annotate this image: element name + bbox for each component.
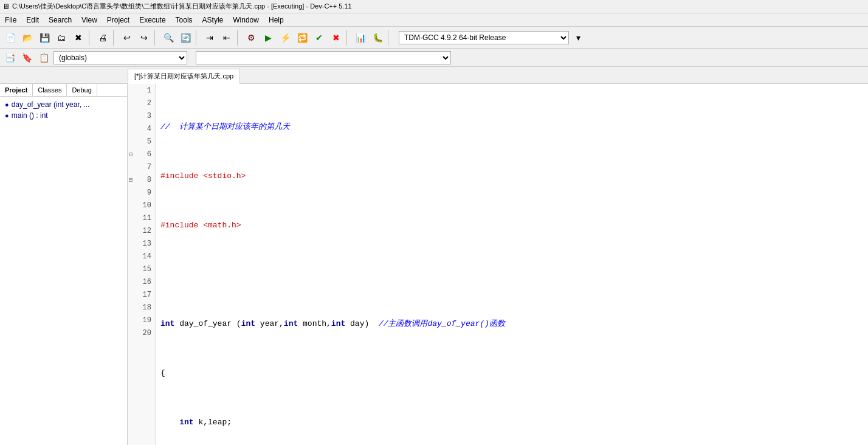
- menu-bar: File Edit Search View Project Execute To…: [0, 13, 868, 27]
- menu-tools[interactable]: Tools: [171, 15, 198, 26]
- window-title: C:\Users\佳美\Desktop\C语言重头学\数组类\二维数组\计算某日…: [12, 2, 352, 11]
- open-button[interactable]: 📂: [19, 30, 35, 46]
- sidebar: Project Classes Debug ● day_of_year (int…: [0, 84, 128, 445]
- line-num-6: ⊟ 6: [128, 148, 155, 160]
- sidebar-content: ● day_of_year (int year, ... ● main () :…: [0, 97, 127, 123]
- line-num-20: 20: [128, 326, 155, 339]
- code-span-3: #include <math.h>: [160, 219, 241, 232]
- sidebar-tabs: Project Classes Debug: [0, 84, 127, 97]
- title-bar: 🖥 C:\Users\佳美\Desktop\C语言重头学\数组类\二维数组\计算…: [0, 0, 868, 13]
- save-button[interactable]: 💾: [36, 30, 52, 46]
- menu-execute[interactable]: Execute: [134, 15, 170, 26]
- code-kw-5e: int: [284, 317, 298, 330]
- code-content[interactable]: // 计算某个日期对应该年的第几天 #include <stdio.h> #in…: [156, 84, 868, 445]
- code-span-6: {: [160, 367, 165, 379]
- undo-button[interactable]: ↩: [119, 30, 135, 46]
- line-num-16: 16: [128, 275, 155, 288]
- compile-run-button[interactable]: ⚡: [277, 30, 293, 46]
- main-area: Project Classes Debug ● day_of_year (int…: [0, 84, 868, 445]
- function-icon-2: ●: [5, 112, 9, 119]
- sidebar-tab-classes[interactable]: Classes: [33, 84, 67, 96]
- line-numbers: 1 2 3 4 5 ⊟ 6 7 ⊟ 8 9 10 11 12 13 14: [128, 84, 156, 445]
- bookmark2-button[interactable]: 🔖: [19, 50, 34, 65]
- scope-selector[interactable]: (globals): [53, 51, 187, 64]
- tabs-bar: [*]计算某日期对应该年第几天.cpp: [0, 67, 868, 84]
- rebuild-button[interactable]: 🔁: [294, 30, 310, 46]
- compile-button[interactable]: ⚙: [243, 30, 259, 46]
- line-num-7: 7: [128, 160, 155, 173]
- close-button[interactable]: ✖: [71, 30, 86, 46]
- bookmark3-button[interactable]: 📋: [36, 50, 51, 65]
- check-button[interactable]: ✔: [311, 30, 327, 46]
- line-num-9: 9: [128, 186, 155, 199]
- redo-button[interactable]: ↪: [136, 30, 152, 46]
- line-num-19: 19: [128, 314, 155, 326]
- sidebar-func-main: main () : int: [12, 111, 48, 120]
- new-button[interactable]: 📄: [2, 30, 18, 46]
- line-num-5: 5: [128, 135, 155, 148]
- code-line-4: [160, 268, 868, 281]
- code-line-3: #include <math.h>: [160, 219, 868, 232]
- code-area[interactable]: 1 2 3 4 5 ⊟ 6 7 ⊟ 8 9 10 11 12 13 14: [128, 84, 868, 445]
- code-line-6: {: [160, 367, 868, 379]
- function-icon: ●: [5, 101, 9, 108]
- line-num-3: 3: [128, 109, 155, 122]
- line-num-8: ⊟ 8: [128, 173, 155, 186]
- code-kw-7b: int: [179, 416, 193, 429]
- run-button[interactable]: ▶: [260, 30, 276, 46]
- code-container: 1 2 3 4 5 ⊟ 6 7 ⊟ 8 9 10 11 12 13 14: [128, 84, 868, 445]
- line-num-15: 15: [128, 263, 155, 275]
- fold-icon-8[interactable]: ⊟: [129, 176, 133, 184]
- code-n-5d: year,: [255, 317, 284, 330]
- code-kw-5g: int: [331, 317, 345, 330]
- outdent-button[interactable]: ⇤: [219, 30, 235, 46]
- toolbar2: 📑 🔖 📋 (globals): [0, 49, 868, 67]
- sidebar-tab-debug[interactable]: Debug: [67, 84, 97, 96]
- menu-astyle[interactable]: AStyle: [198, 15, 229, 26]
- compiler-dropdown-btn[interactable]: ▾: [570, 30, 586, 46]
- code-kw-5a: int: [160, 317, 174, 330]
- debug-button[interactable]: 🐛: [370, 30, 385, 46]
- code-line-7: int k,leap;: [160, 416, 868, 429]
- code-n-5h: day): [345, 317, 379, 330]
- menu-edit[interactable]: Edit: [21, 15, 44, 26]
- menu-window[interactable]: Window: [228, 15, 264, 26]
- compiler-selector[interactable]: TDM-GCC 4.9.2 64-bit Release: [399, 31, 569, 44]
- line-num-10: 10: [128, 199, 155, 212]
- save-all-button[interactable]: 🗂: [53, 30, 69, 46]
- function-selector[interactable]: [196, 51, 451, 64]
- tab-main-file[interactable]: [*]计算某日期对应该年第几天.cpp: [128, 69, 240, 84]
- sidebar-item-main[interactable]: ● main () : int: [0, 110, 127, 121]
- code-n-7c: k,leap;: [194, 416, 232, 429]
- code-c-5i: //主函数调用day_of_year()函数: [379, 317, 505, 330]
- toolbar: 📄 📂 💾 🗂 ✖ 🖨 ↩ ↪ 🔍 🔄 ⇥ ⇤ ⚙ ▶ ⚡ 🔁 ✔ ✖ 📊 🐛 …: [0, 27, 868, 49]
- bookmark-button[interactable]: 📑: [2, 50, 17, 65]
- line-num-2: 2: [128, 97, 155, 109]
- print-button[interactable]: 🖨: [95, 30, 111, 46]
- sidebar-tab-project[interactable]: Project: [0, 84, 33, 96]
- menu-project[interactable]: Project: [102, 15, 134, 26]
- line-num-1: 1: [128, 84, 155, 97]
- line-num-17: 17: [128, 288, 155, 301]
- menu-file[interactable]: File: [0, 15, 21, 26]
- menu-help[interactable]: Help: [264, 15, 289, 26]
- stop-button[interactable]: ✖: [328, 30, 344, 46]
- find-button[interactable]: 🔍: [160, 30, 176, 46]
- indent-button[interactable]: ⇥: [202, 30, 218, 46]
- line-num-4: 4: [128, 122, 155, 135]
- line-num-18: 18: [128, 301, 155, 314]
- profile-button[interactable]: 📊: [353, 30, 368, 46]
- code-span-2: #include <stdio.h>: [160, 170, 246, 182]
- code-kw-5c: int: [241, 317, 255, 330]
- code-line-1: // 计算某个日期对应该年的第几天: [160, 120, 868, 133]
- line-num-13: 13: [128, 237, 155, 250]
- sidebar-item-day-of-year[interactable]: ● day_of_year (int year, ...: [0, 99, 127, 110]
- code-n-7a: [160, 416, 179, 429]
- code-n-5b: day_of_year (: [174, 317, 241, 330]
- menu-view[interactable]: View: [77, 15, 102, 26]
- fold-icon-6[interactable]: ⊟: [129, 151, 133, 158]
- replace-button[interactable]: 🔄: [177, 30, 193, 46]
- menu-search[interactable]: Search: [44, 15, 77, 26]
- code-line-5: int day_of_year ( int year, int month, i…: [160, 317, 868, 330]
- title-icon: 🖥: [2, 2, 10, 11]
